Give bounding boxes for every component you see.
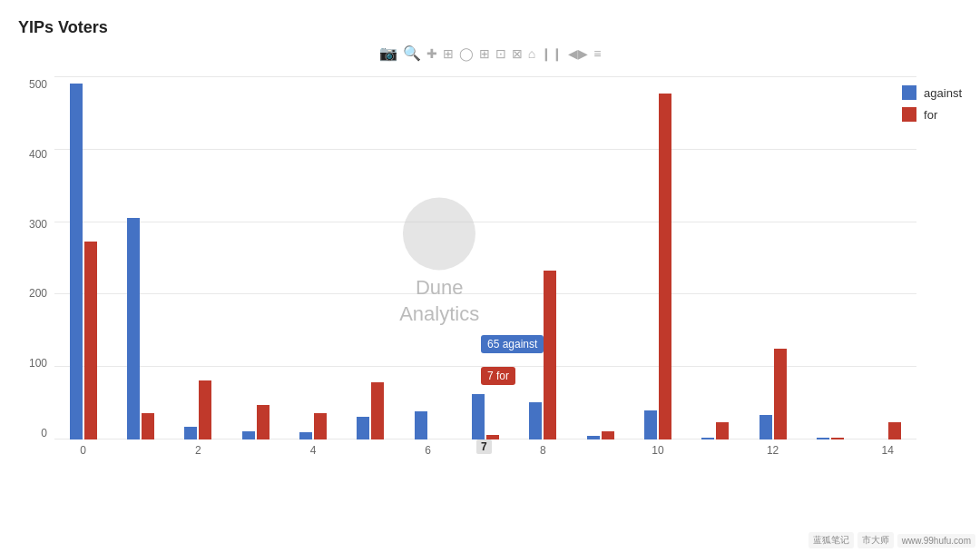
bar-against-13 (817, 438, 829, 439)
bar-against-6 (415, 411, 427, 439)
bar-group-5 (342, 382, 399, 439)
bar-against-12 (760, 415, 772, 439)
legend-label-for: for (924, 108, 937, 122)
bar-against-11 (701, 438, 714, 439)
y-label-400: 400 (29, 148, 47, 161)
bar-group-7 (456, 394, 514, 439)
bar-against-3 (242, 431, 255, 439)
bar-against-5 (357, 417, 369, 439)
bar-group-14 (859, 422, 916, 439)
bar-group-11 (687, 422, 744, 439)
x-label-8: 8 (514, 444, 572, 457)
x-label-14: 14 (859, 444, 916, 457)
x-label-2: 2 (170, 444, 227, 457)
bar-against-2 (184, 427, 197, 439)
brand3-badge: www.99hufu.com (897, 534, 975, 548)
toolbar: 📷 🔍 ✚ ⊞ ◯ ⊞ ⊡ ⊠ ⌂ ❙❙ ◀▶ ≡ (9, 44, 971, 62)
lasso-icon[interactable]: ◯ (459, 46, 474, 61)
zoom-icon[interactable]: 🔍 (403, 44, 421, 62)
chart-container: YIPs Voters 📷 🔍 ✚ ⊞ ◯ ⊞ ⊡ ⊠ ⌂ ❙❙ ◀▶ ≡ 50… (0, 0, 980, 553)
y-label-0: 0 (41, 427, 47, 439)
legend-item-for: for (902, 107, 962, 122)
chart-title: YIPs Voters (9, 18, 971, 37)
menu-icon[interactable]: ≡ (593, 46, 601, 61)
y-axis: 500 400 300 200 100 0 (9, 76, 54, 439)
box-icon[interactable]: ⊞ (479, 46, 490, 61)
bar-group-9 (572, 431, 629, 439)
bars-wrapper (54, 76, 916, 439)
rect-icon[interactable]: ⊡ (495, 46, 506, 61)
home-icon[interactable]: ⌂ (528, 46, 535, 61)
bar-for-5 (371, 382, 384, 439)
chart-area: 500 400 300 200 100 0 02468101214 (9, 67, 971, 503)
legend-box-against (902, 85, 916, 100)
legend-item-against: against (902, 85, 962, 100)
bar-group-4 (284, 413, 341, 439)
bar-against-0 (70, 84, 83, 439)
bar-for-13 (831, 438, 844, 439)
y-label-100: 100 (29, 357, 47, 370)
plot-area: 02468101214 DuneAnalytics 65 against 7 f… (54, 67, 971, 458)
bar-for-0 (84, 242, 97, 439)
legend: against for (902, 85, 962, 122)
bar-group-6 (399, 411, 456, 439)
bottom-watermark: 蓝狐笔记 市大师 www.99hufu.com (808, 532, 975, 548)
camera-icon[interactable]: 📷 (379, 44, 397, 62)
tooltip-for-value: 7 (487, 370, 494, 382)
bar-for-8 (544, 271, 556, 439)
x-tick-highlight-7: 7 (476, 439, 492, 454)
bar-group-10 (629, 94, 686, 439)
brand2-badge: 市大师 (858, 532, 894, 548)
plus-icon[interactable]: ✚ (426, 46, 437, 61)
bar-for-10 (659, 94, 671, 439)
legend-box-for (902, 107, 916, 122)
bar-group-2 (170, 380, 227, 439)
bar-group-12 (744, 349, 801, 439)
bar-group-13 (801, 438, 858, 439)
bar-for-11 (716, 422, 729, 439)
bar-for-3 (257, 405, 270, 439)
bar-against-10 (644, 410, 657, 439)
tooltip-against: 65 against (481, 335, 544, 353)
tooltip-against-label: against (503, 338, 538, 351)
bar-group-0 (54, 84, 112, 439)
y-label-200: 200 (29, 287, 47, 300)
y-label-500: 500 (29, 78, 47, 91)
bar-for-1 (142, 413, 154, 439)
x-label-10: 10 (629, 444, 686, 457)
crosshair-icon[interactable]: ⊠ (512, 46, 523, 61)
legend-label-against: against (924, 86, 962, 100)
select-icon[interactable]: ⊞ (443, 46, 454, 61)
x-label-12: 12 (744, 444, 801, 457)
x-label-0: 0 (54, 444, 112, 457)
bar-group-1 (112, 218, 169, 439)
bar-group-3 (227, 405, 284, 439)
y-label-300: 300 (29, 218, 47, 231)
bar-against-8 (529, 402, 542, 439)
brand1-badge: 蓝狐笔记 (808, 532, 854, 548)
bar-against-9 (587, 436, 600, 439)
bar-for-14 (888, 422, 901, 439)
bar-for-9 (602, 431, 614, 439)
tooltip-against-value: 65 (487, 338, 499, 351)
pan-icon[interactable]: ◀▶ (568, 46, 588, 61)
tooltip-for-label: for (496, 370, 509, 382)
bar-against-4 (299, 432, 312, 439)
x-label-6: 6 (399, 444, 456, 457)
bar-group-8 (514, 271, 572, 439)
bar-for-12 (774, 349, 787, 439)
bar-against-1 (127, 218, 140, 439)
bar-for-2 (199, 380, 211, 439)
spike-icon[interactable]: ❙❙ (541, 46, 563, 61)
bar-for-4 (314, 413, 327, 439)
bar-against-7 (472, 394, 485, 439)
tooltip-for: 7 for (481, 367, 515, 385)
x-label-4: 4 (284, 444, 341, 457)
